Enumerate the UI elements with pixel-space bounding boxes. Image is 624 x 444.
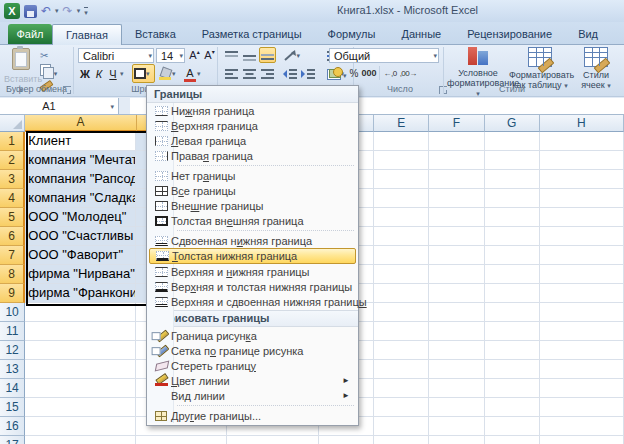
cell-A3[interactable]: компания "Рапсоди [25,170,136,189]
cell-E17[interactable] [374,436,429,444]
font-color-button[interactable]: А [183,66,197,82]
row-header-12[interactable]: 12 [0,341,25,360]
increase-decimal-button[interactable]: ←,0 [383,69,396,78]
cell-A8[interactable]: фирма "Нирвана" [25,265,136,284]
menu-item-more-borders[interactable]: Другие границы... [149,408,356,423]
customize-qat-icon[interactable]: ▾ [84,7,88,16]
redo-icon[interactable]: ↷ [63,4,73,18]
menu-item-all-borders[interactable]: Все границы [149,183,356,198]
row-header-1[interactable]: 1 [0,132,25,151]
menu-item-left-border[interactable]: Левая граница [149,133,356,148]
cell-E15[interactable] [374,398,429,417]
row-header-16[interactable]: 16 [0,417,25,436]
cell-F8[interactable] [429,265,484,284]
cell-F4[interactable] [429,189,484,208]
menu-item-top-and-double-bottom-border[interactable]: Верхняя и сдвоенная нижняя границы [149,294,356,309]
align-right-button[interactable] [259,66,276,82]
row-header-17[interactable]: 17 [0,436,25,444]
cell-F13[interactable] [429,360,484,379]
cell-E13[interactable] [374,360,429,379]
cell-H15[interactable] [540,398,624,417]
cell-H5[interactable] [540,208,624,227]
tab-formulas[interactable]: Формулы [315,24,389,44]
cell-E12[interactable] [374,341,429,360]
menu-item-draw-border-grid[interactable]: Сетка по границе рисунка [149,343,356,358]
cell-H7[interactable] [540,246,624,265]
cell-G17[interactable] [485,436,540,444]
cell-A6[interactable]: ООО "Счастливы вм [25,227,136,246]
cell-A11[interactable] [25,322,136,341]
cell-A14[interactable] [25,379,136,398]
cell-F14[interactable] [429,379,484,398]
cell-E14[interactable] [374,379,429,398]
cell-H8[interactable] [540,265,624,284]
menu-item-thick-bottom-border[interactable]: Толстая нижняя граница [149,248,356,264]
align-center-button[interactable] [241,66,258,82]
cut-button[interactable]: ✂ [40,49,66,62]
menu-item-right-border[interactable]: Правая граница [149,148,356,163]
cell-E7[interactable] [374,246,429,265]
row-header-6[interactable]: 6 [0,227,25,246]
row-header-5[interactable]: 5 [0,208,25,227]
cell-D17[interactable] [319,436,374,444]
cell-A16[interactable] [25,417,136,436]
underline-button[interactable]: Ч [106,66,120,82]
cell-H9[interactable] [540,284,624,303]
align-bottom-button[interactable] [259,47,276,63]
excel-logo-icon[interactable]: X [4,3,20,19]
row-header-14[interactable]: 14 [0,379,25,398]
cell-G2[interactable] [485,151,540,170]
cell-G10[interactable] [485,303,540,322]
cell-G12[interactable] [485,341,540,360]
fill-color-dropdown-icon[interactable]: ▾ [172,70,179,78]
increase-indent-button[interactable] [299,66,316,82]
column-header-E[interactable]: E [374,115,429,132]
select-all-corner[interactable] [0,115,25,132]
menu-item-top-and-thick-bottom-border[interactable]: Верхняя и толстая нижняя границы [149,279,356,294]
cell-F7[interactable] [429,246,484,265]
cell-styles-button[interactable]: Стили ячеек ▾ [571,47,621,91]
cell-E3[interactable] [374,170,429,189]
cell-A7[interactable]: ООО "Фаворит" [25,246,136,265]
font-name-combobox[interactable]: Calibri▾ [78,48,154,63]
menu-item-double-bottom-border[interactable]: Сдвоенная нижняя граница [149,233,356,248]
font-color-dropdown-icon[interactable]: ▾ [197,70,204,78]
tab-insert[interactable]: Вставка [122,24,189,44]
cell-G13[interactable] [485,360,540,379]
cell-G16[interactable] [485,417,540,436]
number-format-combobox[interactable]: Общий▾ [329,48,439,63]
cell-H3[interactable] [540,170,624,189]
cell-H6[interactable] [540,227,624,246]
column-header-H[interactable]: H [540,115,624,132]
cell-E5[interactable] [374,208,429,227]
cell-H10[interactable] [540,303,624,322]
tab-page-layout[interactable]: Разметка страницы [189,24,315,44]
menu-item-outside-borders[interactable]: Внешние границы [149,198,356,213]
row-header-4[interactable]: 4 [0,189,25,208]
cell-E1[interactable] [374,132,429,151]
row-header-9[interactable]: 9 [0,284,25,303]
menu-item-draw-border[interactable]: Граница рисунка [149,328,356,343]
cell-A17[interactable] [25,436,136,444]
cell-H1[interactable] [540,132,624,151]
cell-B17[interactable] [136,436,227,444]
cell-F5[interactable] [429,208,484,227]
row-header-15[interactable]: 15 [0,398,25,417]
cell-A1[interactable]: Клиент [25,132,136,151]
cell-E9[interactable] [374,284,429,303]
cell-E6[interactable] [374,227,429,246]
menu-item-line-style[interactable]: Вид линии► [149,388,356,403]
save-icon[interactable] [24,5,37,18]
cell-G14[interactable] [485,379,540,398]
cell-H16[interactable] [540,417,624,436]
cell-F16[interactable] [429,417,484,436]
cell-G9[interactable] [485,284,540,303]
cell-A10[interactable] [25,303,136,322]
cell-H14[interactable] [540,379,624,398]
cell-A15[interactable] [25,398,136,417]
cell-A13[interactable] [25,360,136,379]
row-header-10[interactable]: 10 [0,303,25,322]
currency-format-button[interactable]: ▾ [329,67,347,80]
column-header-G[interactable]: G [485,115,540,132]
cell-C17[interactable] [227,436,319,444]
